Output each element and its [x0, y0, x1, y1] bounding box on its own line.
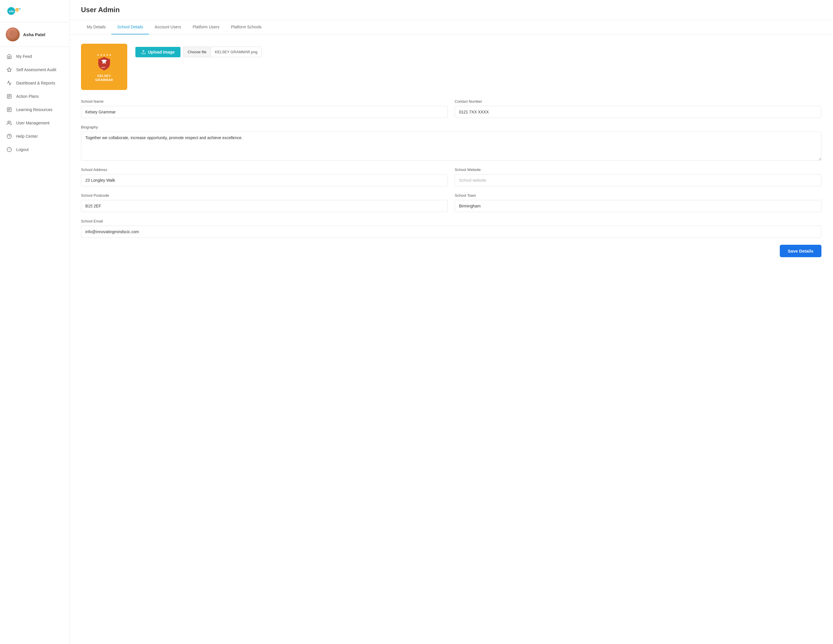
upload-icon: [141, 50, 146, 55]
group-school-website: School Website: [455, 167, 822, 186]
form-content: ★ ★ ★ ★ ★ 2017 KELSEY GRAMMAR: [69, 34, 833, 644]
chart-icon: [6, 80, 12, 86]
book-icon: [6, 107, 12, 113]
save-details-button[interactable]: Save Details: [780, 245, 822, 257]
row-postcode-town: School Postcode School Town: [81, 193, 822, 212]
sidebar-label-my-feed: My Feed: [16, 54, 32, 59]
input-contact-number[interactable]: [455, 106, 822, 118]
svg-text:edu: edu: [9, 10, 14, 13]
input-school-postcode[interactable]: [81, 200, 448, 212]
input-school-town[interactable]: [455, 200, 822, 212]
group-contact-number: Contact Number: [455, 99, 822, 118]
home-icon: [6, 53, 12, 59]
row-biography: Biography: [81, 125, 822, 161]
group-school-email: School Email: [81, 219, 822, 238]
sidebar-item-self-assessment[interactable]: Self Assessment Audit: [0, 63, 69, 76]
user-name: Asha Patel: [23, 32, 45, 37]
star-icon: [6, 67, 12, 72]
sidebar-label-action-plans: Action Plans: [16, 94, 39, 99]
school-shield-icon: ★ ★ ★ ★ ★ 2017: [94, 52, 114, 72]
row-name-contact: School Name Contact Number: [81, 99, 822, 118]
sidebar-label-self-assessment: Self Assessment Audit: [16, 68, 56, 72]
help-icon: [6, 134, 12, 139]
tab-bar: My Details School Details Account Users …: [69, 20, 833, 34]
textarea-biography[interactable]: [81, 132, 822, 161]
sidebar-label-dashboard: Dashboard & Reports: [16, 81, 55, 85]
group-biography: Biography: [81, 125, 822, 161]
logo-area: edu pod: [0, 0, 69, 22]
label-school-name: School Name: [81, 99, 448, 103]
page-title: User Admin: [81, 6, 822, 14]
sidebar-item-learning[interactable]: Learning Resources: [0, 103, 69, 116]
sidebar-item-my-feed[interactable]: My Feed: [0, 50, 69, 63]
sidebar-label-learning: Learning Resources: [16, 107, 52, 112]
tab-platform-schools[interactable]: Platform Schools: [225, 20, 267, 34]
navigation: My Feed Self Assessment Audit Dashboard …: [0, 47, 69, 644]
file-name-display: KELSEY GRAMMAR.png: [211, 47, 262, 57]
sidebar-item-dashboard[interactable]: Dashboard & Reports: [0, 76, 69, 90]
group-school-town: School Town: [455, 193, 822, 212]
label-school-address: School Address: [81, 167, 448, 172]
sidebar-label-help: Help Center: [16, 134, 38, 138]
logout-icon: [6, 147, 12, 153]
sidebar-item-logout[interactable]: Logout: [0, 143, 69, 156]
input-school-website[interactable]: [455, 174, 822, 186]
label-school-website: School Website: [455, 167, 822, 172]
users-icon: [6, 120, 12, 126]
svg-point-13: [8, 121, 10, 123]
user-profile: Asha Patel: [0, 22, 69, 47]
svg-text:pod: pod: [16, 9, 19, 11]
school-logo-box: ★ ★ ★ ★ ★ 2017 KELSEY GRAMMAR: [81, 44, 127, 90]
svg-text:★ ★ ★ ★ ★: ★ ★ ★ ★ ★: [97, 53, 111, 56]
app-logo: edu pod: [6, 5, 23, 17]
group-school-name: School Name: [81, 99, 448, 118]
sidebar-item-help[interactable]: Help Center: [0, 130, 69, 143]
input-school-address[interactable]: [81, 174, 448, 186]
svg-marker-4: [7, 68, 11, 72]
tab-school-details[interactable]: School Details: [111, 20, 149, 34]
group-school-postcode: School Postcode: [81, 193, 448, 212]
label-biography: Biography: [81, 125, 822, 129]
label-school-town: School Town: [455, 193, 822, 198]
tab-my-details[interactable]: My Details: [81, 20, 111, 34]
sidebar: edu pod Asha Patel My Feed: [0, 0, 69, 644]
group-school-address: School Address: [81, 167, 448, 186]
choose-file-button[interactable]: Choose file: [184, 47, 211, 57]
input-school-email[interactable]: [81, 225, 822, 238]
label-contact-number: Contact Number: [455, 99, 822, 103]
list-icon: [6, 93, 12, 99]
top-bar: User Admin: [69, 0, 833, 20]
row-email: School Email: [81, 219, 822, 238]
upload-image-button[interactable]: Upload Image: [135, 47, 180, 57]
input-school-name[interactable]: [81, 106, 448, 118]
svg-text:2017: 2017: [101, 66, 106, 68]
school-logo-name: KELSEY GRAMMAR: [95, 74, 113, 82]
row-address-website: School Address School Website: [81, 167, 822, 186]
sidebar-label-logout: Logout: [16, 147, 29, 152]
logo-upload-section: ★ ★ ★ ★ ★ 2017 KELSEY GRAMMAR: [81, 44, 822, 90]
avatar: [6, 27, 20, 41]
file-input-area: Choose file KELSEY GRAMMAR.png: [183, 47, 262, 57]
sidebar-item-action-plans[interactable]: Action Plans: [0, 90, 69, 103]
label-school-email: School Email: [81, 219, 822, 223]
label-school-postcode: School Postcode: [81, 193, 448, 198]
save-section: Save Details: [81, 245, 822, 257]
main-content: User Admin My Details School Details Acc…: [69, 0, 833, 644]
sidebar-item-user-management[interactable]: User Management: [0, 116, 69, 130]
tab-account-users[interactable]: Account Users: [149, 20, 187, 34]
sidebar-label-user-management: User Management: [16, 121, 50, 125]
tab-platform-users[interactable]: Platform Users: [187, 20, 225, 34]
upload-area: Upload Image Choose file KELSEY GRAMMAR.…: [135, 47, 262, 57]
